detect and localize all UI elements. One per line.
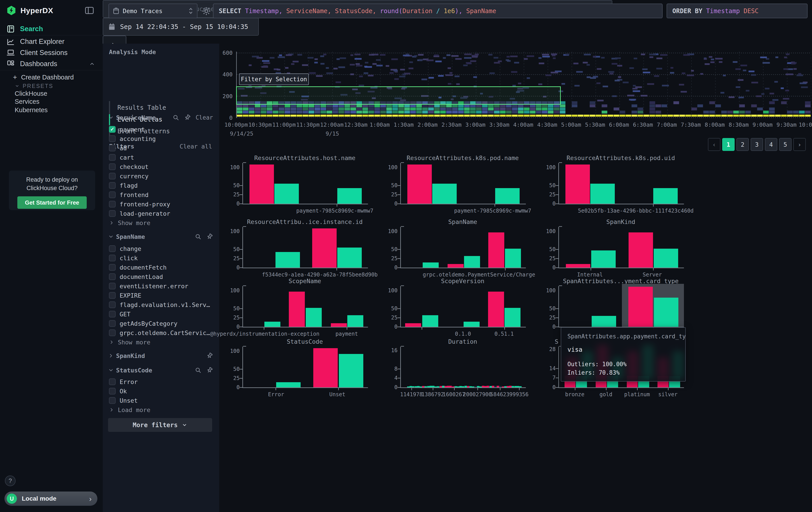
chart-resourceattributes-host-name[interactable]: ResourceAttributes.host.name10050250paym… xyxy=(229,155,367,214)
filter-group-header-statuscode[interactable]: StatusCode xyxy=(108,366,213,375)
outlier-bar[interactable] xyxy=(629,233,653,268)
inlier-bar[interactable] xyxy=(276,382,300,387)
checkbox[interactable] xyxy=(109,173,116,180)
filter-group-header-spankind[interactable]: SpanKind xyxy=(108,351,213,360)
inlier-bar[interactable] xyxy=(505,249,521,268)
checkbox[interactable] xyxy=(109,388,116,395)
inlier-bar[interactable] xyxy=(592,316,616,327)
inlier-bar[interactable] xyxy=(464,322,480,327)
checkbox[interactable] xyxy=(109,201,116,208)
inlier-bar[interactable] xyxy=(264,322,280,327)
chart-plot[interactable] xyxy=(242,347,368,388)
checkbox[interactable] xyxy=(109,145,116,152)
filter-option-cart[interactable]: cart xyxy=(109,153,211,162)
checkbox[interactable] xyxy=(109,210,116,217)
filter-option-load-generator[interactable]: load-generator xyxy=(109,209,211,218)
checkbox[interactable]: ✓ xyxy=(109,126,116,133)
chart-plot[interactable] xyxy=(558,163,684,204)
filter-option-checkout[interactable]: checkout xyxy=(109,162,211,171)
filter-option-frontend[interactable]: frontend xyxy=(109,190,211,199)
filter-option-unset[interactable]: Unset xyxy=(109,396,211,405)
chart-statuscode[interactable]: StatusCode10050250ErrorUnset xyxy=(229,338,367,397)
pin-icon[interactable] xyxy=(206,352,213,359)
filter-option-eventlistener-error[interactable]: eventListener.error xyxy=(109,281,211,291)
inlier-bar[interactable] xyxy=(590,184,615,204)
chart-plot[interactable] xyxy=(400,163,526,204)
get-started-button[interactable]: Get Started for Free xyxy=(17,196,87,209)
checkbox[interactable] xyxy=(109,163,116,170)
inlier-bar[interactable] xyxy=(306,308,322,327)
outlier-bar[interactable] xyxy=(566,164,590,204)
sidebar-item-chart-explorer[interactable]: Chart Explorer xyxy=(0,36,103,47)
pin-icon[interactable] xyxy=(206,367,213,374)
filter-option-change[interactable]: change xyxy=(109,244,211,253)
inlier-bar[interactable] xyxy=(276,252,300,268)
more-filters-button[interactable]: More filters xyxy=(108,418,212,432)
checkbox[interactable] xyxy=(109,255,116,261)
heatmap-selection-box[interactable] xyxy=(236,86,561,105)
inlier-bar[interactable] xyxy=(654,249,678,268)
local-mode-button[interactable]: U Local mode › xyxy=(4,491,97,506)
checkbox[interactable] xyxy=(109,397,116,404)
search-icon[interactable] xyxy=(195,367,201,374)
filter-option-error[interactable]: Error xyxy=(109,377,211,386)
checkbox[interactable] xyxy=(109,311,116,318)
chart-plot[interactable] xyxy=(400,286,526,327)
sidebar-collapse-icon[interactable] xyxy=(85,7,94,14)
checkbox[interactable] xyxy=(109,273,116,280)
inlier-bar[interactable] xyxy=(337,247,362,268)
filter-option-accounting[interactable]: accounting xyxy=(109,134,211,143)
outlier-bar[interactable] xyxy=(312,228,337,268)
chart-spanname[interactable]: SpanName10050250grpc.oteldemo.PaymentSer… xyxy=(387,218,525,277)
preset-clickhouse[interactable]: ClickHouse xyxy=(15,90,47,97)
pagination-page-4[interactable]: 4 xyxy=(765,138,777,151)
outlier-bar[interactable] xyxy=(488,233,504,268)
chart-duration[interactable]: Duration16840114197813867921600267200027… xyxy=(387,338,525,397)
app-logo[interactable]: HyperDX xyxy=(6,5,53,16)
chart-plot[interactable] xyxy=(558,286,684,327)
preset-services[interactable]: Services xyxy=(15,98,39,105)
checkbox[interactable] xyxy=(109,191,116,198)
chart-plot[interactable] xyxy=(242,227,368,268)
filter-group-header-spanname[interactable]: SpanName xyxy=(108,232,213,241)
chart-plot[interactable] xyxy=(558,227,684,268)
chart-resourceattributes-k8s-pod-uid[interactable]: ResourceAttributes.k8s.pod.uid100502505e… xyxy=(545,155,683,214)
chart-plot[interactable] xyxy=(242,286,368,327)
outlier-bar[interactable] xyxy=(488,292,504,327)
inlier-bar[interactable] xyxy=(274,184,299,204)
source-select[interactable]: Demo Traces xyxy=(109,4,198,18)
outlier-bar[interactable] xyxy=(628,287,653,327)
checkbox[interactable] xyxy=(109,245,116,252)
load-more-button[interactable]: Load more xyxy=(109,406,150,414)
filter-option-get[interactable]: GET xyxy=(109,309,211,319)
chart-resourceattribu-ice-instance-id[interactable]: ResourceAttribu..ice.instance.id10050250… xyxy=(229,218,367,277)
show-more-button[interactable]: Show more xyxy=(109,219,150,227)
filter-option-grpc-oteldemo-cartservic-[interactable]: grpc.oteldemo.CartServic… xyxy=(109,328,211,338)
filter-option-click[interactable]: click xyxy=(109,253,211,263)
pagination-page-2[interactable]: 2 xyxy=(736,138,749,151)
gear-icon[interactable] xyxy=(202,7,211,16)
inlier-bar[interactable] xyxy=(495,188,520,204)
checkbox[interactable] xyxy=(109,378,116,385)
pagination-page-5[interactable]: 5 xyxy=(779,138,791,151)
pagination-prev[interactable]: ‹ xyxy=(708,138,720,151)
checkbox[interactable] xyxy=(109,292,116,299)
pagination-page-3[interactable]: 3 xyxy=(751,138,763,151)
inlier-bar[interactable] xyxy=(653,188,678,204)
sidebar-item-search[interactable]: Search xyxy=(0,23,103,35)
checkbox[interactable] xyxy=(109,329,116,336)
help-button[interactable]: ? xyxy=(5,476,16,486)
checkbox[interactable] xyxy=(109,320,116,327)
inlier-bar[interactable] xyxy=(339,354,363,387)
inlier-bar[interactable] xyxy=(423,263,439,268)
chart-plot[interactable] xyxy=(242,163,368,204)
events-heatmap[interactable] xyxy=(236,52,811,118)
inlier-bar[interactable] xyxy=(422,315,438,327)
inlier-bar[interactable] xyxy=(464,256,480,268)
sidebar-item-dashboards[interactable]: Dashboards xyxy=(0,58,103,70)
checkbox[interactable] xyxy=(109,154,116,161)
checkbox[interactable] xyxy=(109,301,116,308)
filter-option-frontend-proxy[interactable]: frontend-proxy xyxy=(109,199,211,209)
order-by-input[interactable]: ORDER BY Timestamp DESC xyxy=(667,4,808,18)
filter-option-currency[interactable]: currency xyxy=(109,171,211,181)
